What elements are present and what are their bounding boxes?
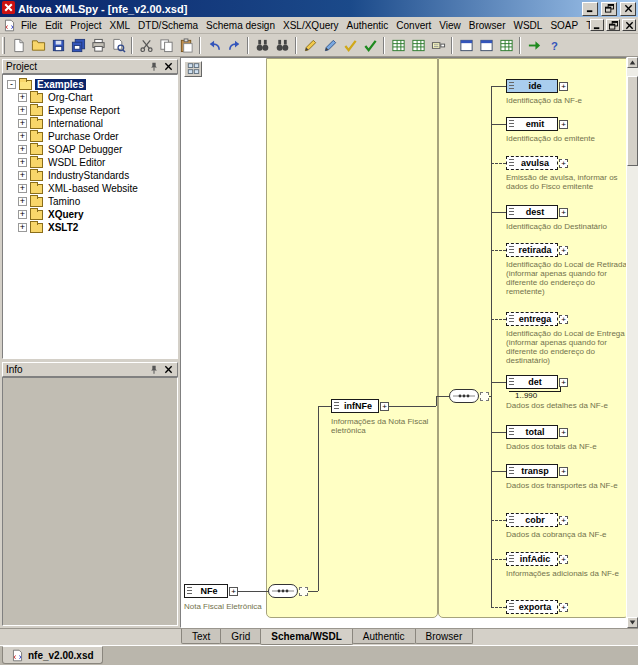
menu-schema-design[interactable]: Schema design xyxy=(202,18,279,33)
print-button[interactable] xyxy=(88,35,108,55)
menu-project[interactable]: Project xyxy=(66,18,105,33)
project-item-org-chart[interactable]: +Org-Chart xyxy=(3,91,177,104)
expand-icon[interactable]: + xyxy=(559,208,568,217)
schema-design-button[interactable] xyxy=(428,35,448,55)
restore-button[interactable] xyxy=(601,2,617,16)
project-item-wsdl-editor[interactable]: +WSDL Editor xyxy=(3,156,177,169)
save-button[interactable] xyxy=(48,35,68,55)
project-panel-close-button[interactable] xyxy=(162,61,174,72)
find-next-button[interactable] xyxy=(272,35,292,55)
element-emit[interactable]: emit+ xyxy=(506,117,558,131)
element-cobr[interactable]: cobr+ xyxy=(506,513,558,527)
child-close-button[interactable] xyxy=(622,19,636,31)
element-retirada[interactable]: retirada+ xyxy=(506,243,558,257)
expander-icon[interactable]: + xyxy=(18,93,27,102)
expander-icon[interactable]: + xyxy=(18,158,27,167)
open-file-button[interactable] xyxy=(28,35,48,55)
expand-icon[interactable]: + xyxy=(380,402,389,411)
element-ide[interactable]: ide+ xyxy=(506,79,558,93)
wellformed-check-button[interactable] xyxy=(340,35,360,55)
info-window-button[interactable] xyxy=(476,35,496,55)
expand-icon[interactable]: + xyxy=(559,603,568,612)
project-item-examples[interactable]: -Examples xyxy=(3,78,177,91)
menu-authentic[interactable]: Authentic xyxy=(343,18,393,33)
table-view-button[interactable] xyxy=(408,35,428,55)
scroll-up-button[interactable] xyxy=(627,57,638,68)
find-button[interactable] xyxy=(252,35,272,55)
project-item-industrystandards[interactable]: +IndustryStandards xyxy=(3,169,177,182)
sequence-compositor[interactable] xyxy=(268,584,298,598)
info-panel-close-button[interactable] xyxy=(162,364,174,375)
help-button[interactable]: ? xyxy=(544,35,564,55)
menu-convert[interactable]: Convert xyxy=(392,18,435,33)
menu-tools[interactable]: Tools xyxy=(582,18,590,33)
pin-icon[interactable] xyxy=(148,61,160,72)
element-total[interactable]: total+ xyxy=(506,425,558,439)
project-item-purchase-order[interactable]: +Purchase Order xyxy=(3,130,177,143)
copy-button[interactable] xyxy=(156,35,176,55)
print-preview-button[interactable] xyxy=(108,35,128,55)
undo-button[interactable] xyxy=(204,35,224,55)
menu-file[interactable]: File xyxy=(17,18,41,33)
element-transp[interactable]: transp+ xyxy=(506,464,558,478)
menu-dtd-schema[interactable]: DTD/Schema xyxy=(134,18,202,33)
toolbar-grip[interactable] xyxy=(2,37,5,54)
menu-browser[interactable]: Browser xyxy=(465,18,510,33)
project-item-xslt2[interactable]: +XSLT2 xyxy=(3,221,177,234)
close-button[interactable] xyxy=(620,2,636,16)
view-tab-text[interactable]: Text xyxy=(181,629,221,644)
document-tab-nfe-v2-00-xsd[interactable]: nfe_v2.00.xsd xyxy=(2,646,103,664)
expand-icon[interactable]: + xyxy=(559,516,568,525)
view-tab-browser[interactable]: Browser xyxy=(415,629,474,644)
schema-overview-button[interactable] xyxy=(184,61,202,77)
project-item-xml-based-website[interactable]: +XML-based Website xyxy=(3,182,177,195)
schema-diagram[interactable]: NFe + Nota Fiscal Eletrônica infNFe + In… xyxy=(180,57,627,628)
expander-icon[interactable]: - xyxy=(7,80,16,89)
expander-icon[interactable]: + xyxy=(18,106,27,115)
expander-icon[interactable]: + xyxy=(18,119,27,128)
vertical-scrollbar[interactable] xyxy=(627,57,638,628)
element-entrega[interactable]: entrega+ xyxy=(506,312,558,326)
expand-icon[interactable] xyxy=(480,392,489,401)
expander-icon[interactable]: + xyxy=(18,171,27,180)
project-item-xquery[interactable]: +XQuery xyxy=(3,208,177,221)
new-document-button[interactable] xyxy=(8,35,28,55)
entry-helpers-button[interactable] xyxy=(496,35,516,55)
scroll-down-button[interactable] xyxy=(627,617,638,628)
element-exporta[interactable]: exporta+ xyxy=(506,600,558,614)
scrollbar-thumb[interactable] xyxy=(627,76,638,166)
menu-view[interactable]: View xyxy=(435,18,465,33)
scrollbar-track[interactable] xyxy=(627,68,638,617)
expand-icon[interactable]: + xyxy=(559,159,568,168)
element-dest[interactable]: dest+ xyxy=(506,205,558,219)
cut-button[interactable] xyxy=(136,35,156,55)
project-item-tamino[interactable]: +Tamino xyxy=(3,195,177,208)
project-item-soap-debugger[interactable]: +SOAP Debugger xyxy=(3,143,177,156)
expand-icon[interactable]: + xyxy=(559,378,568,387)
expander-icon[interactable]: + xyxy=(18,145,27,154)
element-avulsa[interactable]: avulsa+ xyxy=(506,156,558,170)
child-minimize-button[interactable] xyxy=(590,19,604,31)
grid-view-button[interactable] xyxy=(388,35,408,55)
element-infAdic[interactable]: infAdic+ xyxy=(506,552,558,566)
expand-icon[interactable] xyxy=(299,587,308,596)
document-icon[interactable] xyxy=(2,19,17,32)
menu-xml[interactable]: XML xyxy=(105,18,134,33)
expand-icon[interactable]: + xyxy=(229,587,238,596)
child-restore-button[interactable] xyxy=(606,19,620,31)
paste-button[interactable] xyxy=(176,35,196,55)
expander-icon[interactable]: + xyxy=(18,132,27,141)
sequence-compositor[interactable] xyxy=(449,389,479,403)
expander-icon[interactable]: + xyxy=(18,197,27,206)
expand-icon[interactable]: + xyxy=(559,246,568,255)
expand-icon[interactable]: + xyxy=(559,82,568,91)
redo-button[interactable] xyxy=(224,35,244,55)
menu-wsdl[interactable]: WSDL xyxy=(510,18,547,33)
expander-icon[interactable]: + xyxy=(18,223,27,232)
save-all-button[interactable] xyxy=(68,35,88,55)
expand-icon[interactable]: + xyxy=(559,555,568,564)
menu-edit[interactable]: Edit xyxy=(41,18,66,33)
element-det[interactable]: det+ xyxy=(506,375,558,389)
project-window-button[interactable] xyxy=(456,35,476,55)
expand-icon[interactable]: + xyxy=(559,467,568,476)
